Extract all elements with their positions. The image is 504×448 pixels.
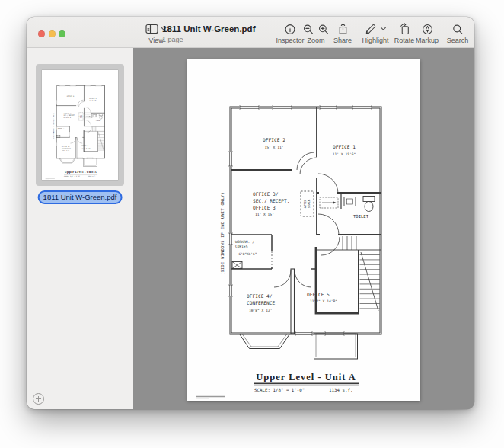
search-icon xyxy=(452,24,464,35)
zoom-window-button[interactable] xyxy=(59,30,65,37)
zoom-buttons[interactable]: Zoom xyxy=(303,23,330,44)
zoom-in-icon xyxy=(318,24,330,35)
document-title: 1811 Unit W-Green.pdf xyxy=(162,24,255,34)
highlight-button[interactable]: Highlight xyxy=(362,23,388,44)
document-canvas xyxy=(133,48,474,409)
zoom-out-icon xyxy=(303,24,314,35)
search-button[interactable]: Search xyxy=(447,23,469,44)
inspector-button[interactable]: Inspector xyxy=(276,23,304,44)
share-icon xyxy=(337,23,349,35)
markup-button[interactable]: Markup xyxy=(416,23,439,44)
traffic-lights xyxy=(38,30,65,37)
pdf-page xyxy=(187,59,420,401)
minimize-button[interactable] xyxy=(49,30,56,37)
toolbar: View 1811 Unit W-Green.pdf 1 page Inspec… xyxy=(27,17,474,48)
thumbnail-plan-drawing xyxy=(42,70,118,180)
thumbnail-selection[interactable] xyxy=(36,64,124,186)
selected-filename[interactable]: 1811 Unit W-Green.pdf xyxy=(38,190,123,204)
window-content: 1811 Unit W-Green.pdf xyxy=(27,48,474,409)
window-title-block: 1811 Unit W-Green.pdf 1 page xyxy=(162,24,255,43)
floor-plan-drawing xyxy=(187,59,420,401)
preview-app-window: View 1811 Unit W-Green.pdf 1 page Inspec… xyxy=(27,17,474,409)
rotate-button[interactable]: Rotate xyxy=(394,23,415,44)
thumbnail-sidebar: 1811 Unit W-Green.pdf xyxy=(27,48,133,409)
rotate-icon xyxy=(399,23,410,35)
chevron-down-icon[interactable] xyxy=(381,27,387,31)
highlighter-icon xyxy=(365,24,377,35)
share-button[interactable]: Share xyxy=(333,23,352,44)
page-thumbnail[interactable] xyxy=(42,70,118,180)
info-icon xyxy=(285,24,296,35)
sidebar-view-icon xyxy=(145,24,158,34)
markup-pen-icon xyxy=(421,24,432,35)
close-button[interactable] xyxy=(38,30,45,37)
sidebar-expand-icon[interactable] xyxy=(33,393,44,405)
page-count: 1 page xyxy=(162,36,255,43)
